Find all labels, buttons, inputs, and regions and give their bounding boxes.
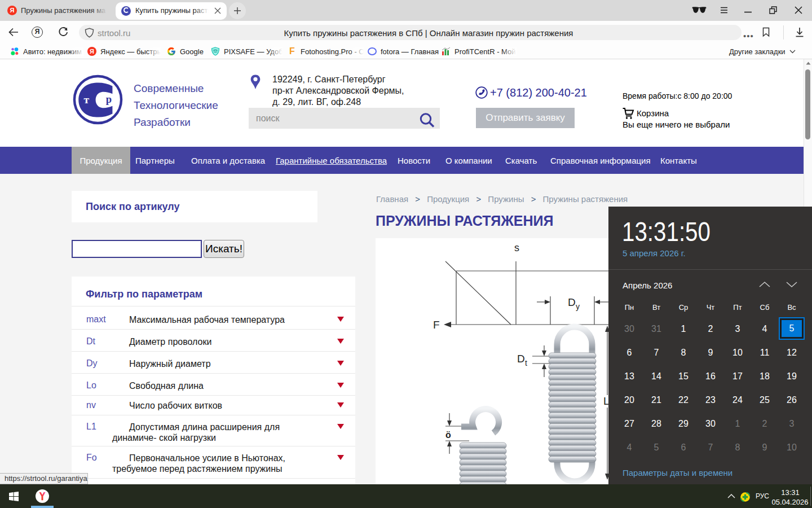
svg-text:ö: ö: [445, 430, 451, 440]
svg-text:т: т: [84, 94, 90, 106]
svg-text:t: t: [525, 358, 527, 367]
svg-text:y: y: [576, 302, 580, 311]
svg-text:F: F: [433, 319, 440, 331]
svg-text:s: s: [514, 242, 519, 253]
svg-text:р: р: [106, 93, 112, 105]
svg-text:D: D: [517, 353, 525, 365]
svg-text:D: D: [568, 296, 576, 308]
